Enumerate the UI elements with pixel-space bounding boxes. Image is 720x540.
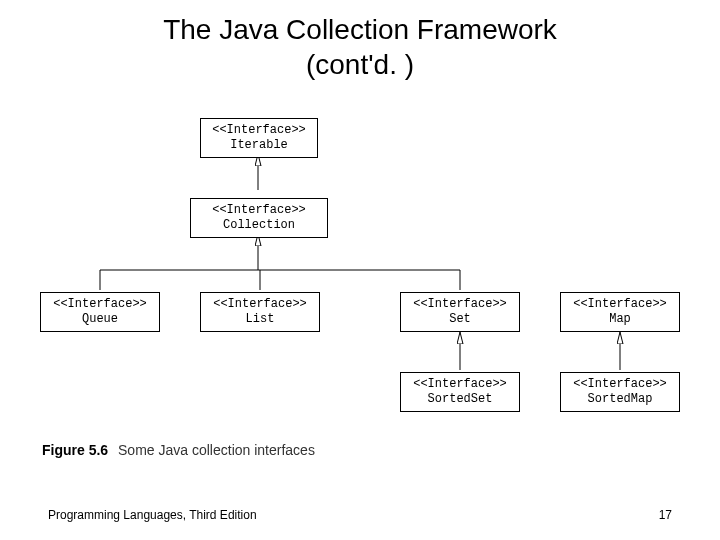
name: Iterable	[203, 138, 315, 153]
title-line2: (cont'd. )	[306, 49, 414, 80]
stereo: <<Interface>>	[563, 377, 677, 392]
footer-left: Programming Languages, Third Edition	[48, 508, 257, 522]
box-queue: <<Interface>> Queue	[40, 292, 160, 332]
stereo: <<Interface>>	[403, 297, 517, 312]
name: Map	[563, 312, 677, 327]
stereo: <<Interface>>	[203, 297, 317, 312]
box-sortedset: <<Interface>> SortedSet	[400, 372, 520, 412]
stereo: <<Interface>>	[193, 203, 325, 218]
stereo: <<Interface>>	[43, 297, 157, 312]
box-list: <<Interface>> List	[200, 292, 320, 332]
box-sortedmap: <<Interface>> SortedMap	[560, 372, 680, 412]
uml-diagram: <<Interface>> Iterable <<Interface>> Col…	[40, 110, 680, 430]
box-collection: <<Interface>> Collection	[190, 198, 328, 238]
figure-label: Figure 5.6	[42, 442, 108, 458]
name: Queue	[43, 312, 157, 327]
name: SortedMap	[563, 392, 677, 407]
box-set: <<Interface>> Set	[400, 292, 520, 332]
figure-caption: Figure 5.6 Some Java collection interfac…	[42, 442, 315, 458]
figure-text: Some Java collection interfaces	[118, 442, 315, 458]
box-iterable: <<Interface>> Iterable	[200, 118, 318, 158]
stereo: <<Interface>>	[563, 297, 677, 312]
box-map: <<Interface>> Map	[560, 292, 680, 332]
slide-title: The Java Collection Framework (cont'd. )	[0, 0, 720, 82]
stereo: <<Interface>>	[403, 377, 517, 392]
name: Set	[403, 312, 517, 327]
title-line1: The Java Collection Framework	[163, 14, 557, 45]
page-number: 17	[659, 508, 672, 522]
name: List	[203, 312, 317, 327]
name: Collection	[193, 218, 325, 233]
name: SortedSet	[403, 392, 517, 407]
stereo: <<Interface>>	[203, 123, 315, 138]
